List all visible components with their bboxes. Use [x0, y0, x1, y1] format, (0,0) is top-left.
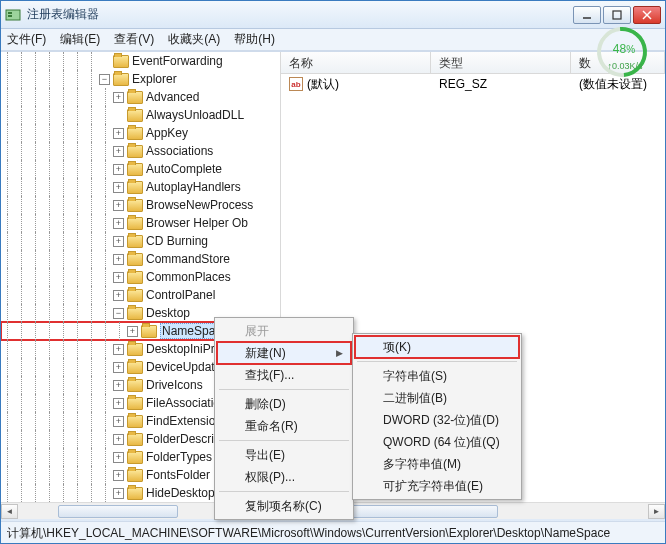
ctx-copy-key-name[interactable]: 复制项名称(C) [217, 495, 351, 517]
expand-icon[interactable]: + [113, 182, 124, 193]
submenu-arrow-icon: ▶ [336, 348, 343, 358]
ctx-new-key[interactable]: 项(K) [355, 336, 519, 358]
status-bar: 计算机\HKEY_LOCAL_MACHINE\SOFTWARE\Microsof… [1, 521, 665, 543]
folder-icon [127, 289, 143, 302]
scroll-thumb[interactable] [58, 505, 178, 518]
expand-icon[interactable]: + [113, 218, 124, 229]
collapse-icon[interactable]: − [99, 74, 110, 85]
tree-node-label: Associations [146, 144, 213, 158]
folder-icon [127, 433, 143, 446]
expand-icon[interactable]: + [113, 128, 124, 139]
expand-icon[interactable]: + [113, 272, 124, 283]
ctx-export[interactable]: 导出(E) [217, 444, 351, 466]
collapse-icon[interactable]: − [113, 308, 124, 319]
tree-node-label: ControlPanel [146, 288, 215, 302]
expand-icon[interactable]: + [113, 380, 124, 391]
ctx-permissions[interactable]: 权限(P)... [217, 466, 351, 488]
tree-node-label: FileAssociatio [146, 396, 220, 410]
tree-node[interactable]: +Browser Helper Ob [1, 214, 280, 232]
tree-node[interactable]: +AppKey [1, 124, 280, 142]
expand-icon[interactable]: + [113, 92, 124, 103]
tree-node[interactable]: +BrowseNewProcess [1, 196, 280, 214]
ctx-new-qword[interactable]: QWORD (64 位)值(Q) [355, 431, 519, 453]
scroll-right-button[interactable]: ► [648, 504, 665, 519]
ctx-delete[interactable]: 删除(D) [217, 393, 351, 415]
expand-icon[interactable]: + [113, 488, 124, 499]
expand-icon[interactable]: + [113, 146, 124, 157]
folder-icon [127, 253, 143, 266]
expand-icon[interactable]: + [113, 290, 124, 301]
menu-bar: 文件(F) 编辑(E) 查看(V) 收藏夹(A) 帮助(H) [1, 29, 665, 51]
tree-node[interactable]: +CommandStore [1, 250, 280, 268]
ctx-expand[interactable]: 展开 [217, 320, 351, 342]
folder-icon [127, 145, 143, 158]
menu-view[interactable]: 查看(V) [114, 31, 154, 48]
ctx-new-dword[interactable]: DWORD (32-位)值(D) [355, 409, 519, 431]
window-controls [573, 6, 661, 24]
tree-node[interactable]: +Advanced [1, 88, 280, 106]
ctx-rename[interactable]: 重命名(R) [217, 415, 351, 437]
folder-icon [127, 361, 143, 374]
tree-node[interactable]: EventForwarding [1, 52, 280, 70]
close-button[interactable] [633, 6, 661, 24]
registry-editor-window: 注册表编辑器 文件(F) 编辑(E) 查看(V) 收藏夹(A) 帮助(H) 48… [0, 0, 666, 544]
tree-node[interactable]: AlwaysUnloadDLL [1, 106, 280, 124]
svg-rect-2 [8, 15, 12, 17]
expand-icon[interactable]: + [113, 416, 124, 427]
menu-file[interactable]: 文件(F) [7, 31, 46, 48]
menu-favorites[interactable]: 收藏夹(A) [168, 31, 220, 48]
tree-node-label: DeviceUpdat [146, 360, 215, 374]
tree-node-label: AutoComplete [146, 162, 222, 176]
ctx-find[interactable]: 查找(F)... [217, 364, 351, 386]
expand-icon[interactable]: + [113, 344, 124, 355]
folder-icon [127, 451, 143, 464]
context-submenu-new[interactable]: 项(K) 字符串值(S) 二进制值(B) DWORD (32-位)值(D) QW… [352, 333, 522, 500]
minimize-button[interactable] [573, 6, 601, 24]
expand-icon[interactable]: + [113, 164, 124, 175]
no-toggle [99, 56, 110, 67]
scroll-left-button[interactable]: ◄ [1, 504, 18, 519]
expand-icon[interactable]: + [113, 434, 124, 445]
speed-percent: 48% [597, 39, 651, 57]
expand-icon[interactable]: + [113, 362, 124, 373]
tree-node[interactable]: +AutoplayHandlers [1, 178, 280, 196]
speed-overlay: 48% ↑0.03K/s [597, 27, 651, 81]
tree-node-label: Advanced [146, 90, 199, 104]
separator [219, 389, 349, 390]
ctx-new-binary[interactable]: 二进制值(B) [355, 387, 519, 409]
ctx-new[interactable]: 新建(N)▶ [217, 342, 351, 364]
tree-node-label: EventForwarding [132, 54, 223, 68]
tree-node[interactable]: +Associations [1, 142, 280, 160]
menu-edit[interactable]: 编辑(E) [60, 31, 100, 48]
speed-rate: ↑0.03K/s [593, 61, 657, 71]
folder-icon [127, 271, 143, 284]
value-type: REG_SZ [431, 77, 571, 91]
tree-node[interactable]: +CommonPlaces [1, 268, 280, 286]
menu-help[interactable]: 帮助(H) [234, 31, 275, 48]
expand-icon[interactable]: + [113, 452, 124, 463]
title-bar[interactable]: 注册表编辑器 [1, 1, 665, 29]
folder-icon [113, 73, 129, 86]
context-menu[interactable]: 展开 新建(N)▶ 查找(F)... 删除(D) 重命名(R) 导出(E) 权限… [214, 317, 354, 520]
col-name[interactable]: 名称 [281, 52, 431, 73]
svg-rect-4 [613, 11, 621, 19]
maximize-button[interactable] [603, 6, 631, 24]
expand-icon[interactable]: + [113, 236, 124, 247]
ctx-new-expandstring[interactable]: 可扩充字符串值(E) [355, 475, 519, 497]
ctx-new-label: 新建(N) [245, 345, 286, 362]
ctx-new-string[interactable]: 字符串值(S) [355, 365, 519, 387]
tree-node[interactable]: +AutoComplete [1, 160, 280, 178]
tree-node[interactable]: +CD Burning [1, 232, 280, 250]
expand-icon[interactable]: + [127, 326, 138, 337]
tree-node[interactable]: −Explorer [1, 70, 280, 88]
folder-icon [127, 415, 143, 428]
tree-node-label: AlwaysUnloadDLL [146, 108, 244, 122]
expand-icon[interactable]: + [113, 200, 124, 211]
tree-node[interactable]: +ControlPanel [1, 286, 280, 304]
folder-icon [127, 487, 143, 500]
expand-icon[interactable]: + [113, 470, 124, 481]
col-type[interactable]: 类型 [431, 52, 571, 73]
expand-icon[interactable]: + [113, 398, 124, 409]
ctx-new-multistring[interactable]: 多字符串值(M) [355, 453, 519, 475]
expand-icon[interactable]: + [113, 254, 124, 265]
